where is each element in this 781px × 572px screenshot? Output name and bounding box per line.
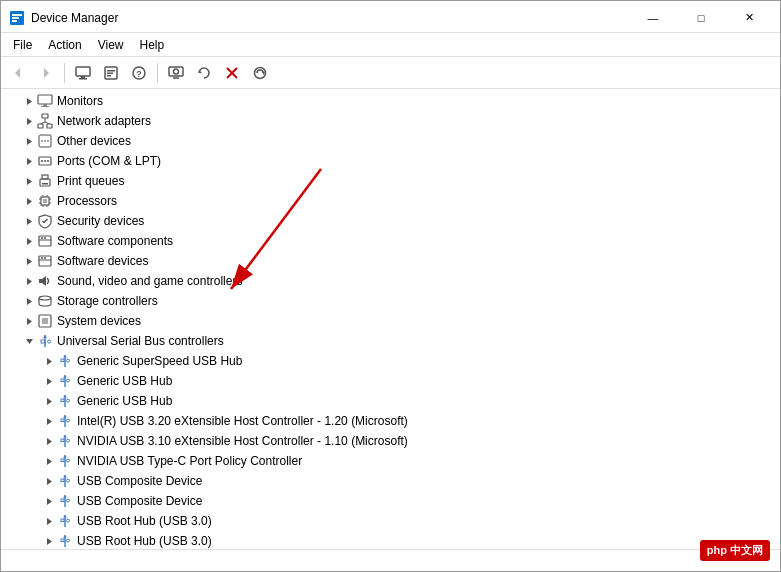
svg-rect-116 [61, 479, 64, 482]
tree-item-ports[interactable]: Ports (COM & LPT) [1, 151, 780, 171]
tree-item-monitors[interactable]: Monitors [1, 91, 780, 111]
device-icon-printq [37, 173, 53, 189]
svg-point-107 [67, 439, 70, 442]
uninstall-button[interactable] [219, 61, 245, 85]
help-button[interactable]: ? [126, 61, 152, 85]
svg-rect-25 [43, 104, 47, 106]
device-label-usb-nvidia-type: NVIDIA USB Type-C Port Policy Controller [77, 454, 302, 468]
expand-btn-usb-nvidia-type[interactable] [41, 453, 57, 469]
svg-rect-47 [42, 183, 48, 185]
device-icon-storage [37, 293, 53, 309]
tree-item-other[interactable]: Other devices [1, 131, 780, 151]
tree-item-storage[interactable]: Storage controllers [1, 291, 780, 311]
computer-button[interactable] [70, 61, 96, 85]
update-button[interactable] [191, 61, 217, 85]
tree-item-sound[interactable]: Sound, video and game controllers [1, 271, 780, 291]
expand-btn-softcomp[interactable] [21, 233, 37, 249]
tree-item-usb-root2[interactable]: USB Root Hub (USB 3.0) [1, 531, 780, 549]
minimize-button[interactable]: — [630, 8, 676, 28]
svg-rect-101 [61, 419, 64, 422]
svg-rect-6 [76, 67, 90, 76]
device-label-softdev: Software devices [57, 254, 148, 268]
svg-rect-50 [43, 199, 47, 203]
close-button[interactable]: ✕ [726, 8, 772, 28]
forward-button[interactable] [33, 61, 59, 85]
expand-btn-usb-nvidia[interactable] [41, 433, 57, 449]
svg-marker-73 [27, 298, 32, 305]
maximize-button[interactable]: □ [678, 8, 724, 28]
expand-btn-usb-gen-hub1[interactable] [41, 373, 57, 389]
tree-item-usb-comp1[interactable]: USB Composite Device [1, 471, 780, 491]
svg-marker-88 [47, 378, 52, 385]
menu-view[interactable]: View [90, 36, 132, 54]
svg-point-63 [41, 237, 43, 239]
device-label-usb-nvidia: NVIDIA USB 3.10 eXtensible Host Controll… [77, 434, 408, 448]
svg-point-37 [44, 140, 46, 142]
svg-marker-120 [63, 495, 67, 498]
expand-btn-usb-gen-hub2[interactable] [41, 393, 57, 409]
device-label-sysdev: System devices [57, 314, 141, 328]
tree-item-softdev[interactable]: Software devices [1, 251, 780, 271]
device-icon-usb-intel [57, 413, 73, 429]
app-icon [9, 10, 25, 26]
tree-item-usb-root1[interactable]: USB Root Hub (USB 3.0) [1, 511, 780, 531]
tree-item-processors[interactable]: Processors [1, 191, 780, 211]
device-label-usb-comp1: USB Composite Device [77, 474, 202, 488]
device-label-network: Network adapters [57, 114, 151, 128]
expand-btn-usb-comp1[interactable] [41, 473, 57, 489]
device-icon-processors [37, 193, 53, 209]
device-label-usb-gen-ss: Generic SuperSpeed USB Hub [77, 354, 242, 368]
menu-action[interactable]: Action [40, 36, 89, 54]
back-button[interactable] [5, 61, 31, 85]
tree-item-usb-gen-hub2[interactable]: Generic USB Hub [1, 391, 780, 411]
tree-item-usb-gen-ss[interactable]: Generic SuperSpeed USB Hub [1, 351, 780, 371]
title-bar: Device Manager — □ ✕ [1, 1, 780, 33]
tree-item-usb-nvidia[interactable]: NVIDIA USB 3.10 eXtensible Host Controll… [1, 431, 780, 451]
svg-marker-70 [27, 278, 32, 285]
device-label-storage: Storage controllers [57, 294, 158, 308]
svg-rect-126 [61, 519, 64, 522]
device-icon-sysdev [37, 313, 53, 329]
expand-btn-usb-gen-ss[interactable] [41, 353, 57, 369]
svg-point-16 [174, 69, 179, 74]
tree-item-softcomp[interactable]: Software components [1, 231, 780, 251]
scan-button[interactable] [163, 61, 189, 85]
expand-btn-printq[interactable] [21, 173, 37, 189]
tree-item-usb-gen-hub1[interactable]: Generic USB Hub [1, 371, 780, 391]
device-label-security: Security devices [57, 214, 144, 228]
tree-item-network[interactable]: Network adapters [1, 111, 780, 131]
menu-file[interactable]: File [5, 36, 40, 54]
expand-btn-security[interactable] [21, 213, 37, 229]
expand-btn-softdev[interactable] [21, 253, 37, 269]
svg-marker-4 [15, 68, 20, 78]
expand-btn-usb-root1[interactable] [41, 513, 57, 529]
tree-item-usb[interactable]: Universal Serial Bus controllers [1, 331, 780, 351]
svg-rect-28 [42, 114, 48, 118]
tree-item-printq[interactable]: Print queues [1, 171, 780, 191]
expand-btn-ports[interactable] [21, 153, 37, 169]
expand-btn-usb-comp2[interactable] [41, 493, 57, 509]
expand-btn-network[interactable] [21, 113, 37, 129]
expand-btn-processors[interactable] [21, 193, 37, 209]
tree-item-security[interactable]: Security devices [1, 211, 780, 231]
svg-rect-7 [81, 76, 85, 78]
menu-help[interactable]: Help [132, 36, 173, 54]
expand-btn-monitors[interactable] [21, 93, 37, 109]
expand-btn-storage[interactable] [21, 293, 37, 309]
tree-item-usb-intel[interactable]: Intel(R) USB 3.20 eXtensible Host Contro… [1, 411, 780, 431]
expand-btn-usb-intel[interactable] [41, 413, 57, 429]
scan-changes-button[interactable] [247, 61, 273, 85]
expand-btn-usb-root2[interactable] [41, 533, 57, 549]
svg-marker-95 [63, 395, 67, 398]
expand-btn-sysdev[interactable] [21, 313, 37, 329]
expand-btn-sound[interactable] [21, 273, 37, 289]
svg-point-102 [67, 419, 70, 422]
tree-item-usb-comp2[interactable]: USB Composite Device [1, 491, 780, 511]
tree-item-sysdev[interactable]: System devices [1, 311, 780, 331]
properties-button[interactable] [98, 61, 124, 85]
tree-item-usb-nvidia-type[interactable]: NVIDIA USB Type-C Port Policy Controller [1, 451, 780, 471]
expand-btn-other[interactable] [21, 133, 37, 149]
device-label-usb-comp2: USB Composite Device [77, 494, 202, 508]
svg-point-127 [67, 519, 70, 522]
expand-btn-usb[interactable] [21, 333, 37, 349]
